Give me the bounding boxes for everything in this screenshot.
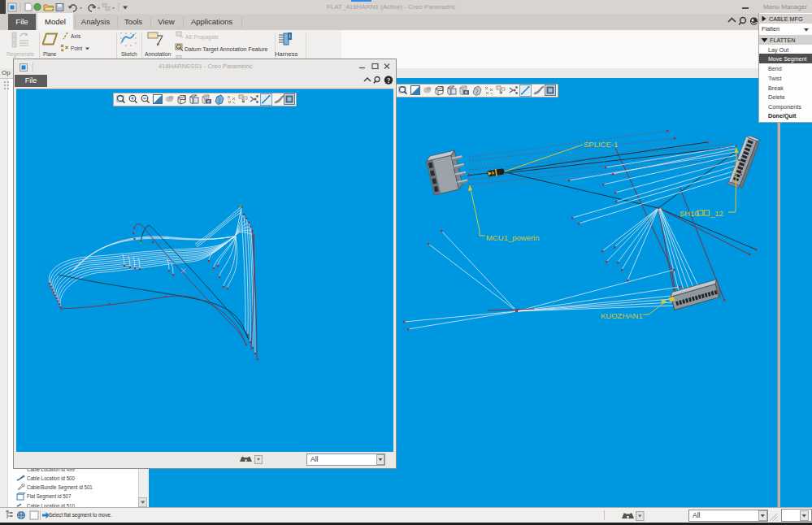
svg-text:MCU1_powerin: MCU1_powerin	[486, 233, 539, 242]
svg-text:?: ?	[387, 76, 390, 85]
svg-text:KUOZHAN1: KUOZHAN1	[601, 311, 643, 320]
svg-text:SPLICE-1: SPLICE-1	[584, 140, 618, 149]
svg-text:SH10: SH10	[680, 209, 699, 218]
svg-text:_12: _12	[710, 209, 723, 218]
